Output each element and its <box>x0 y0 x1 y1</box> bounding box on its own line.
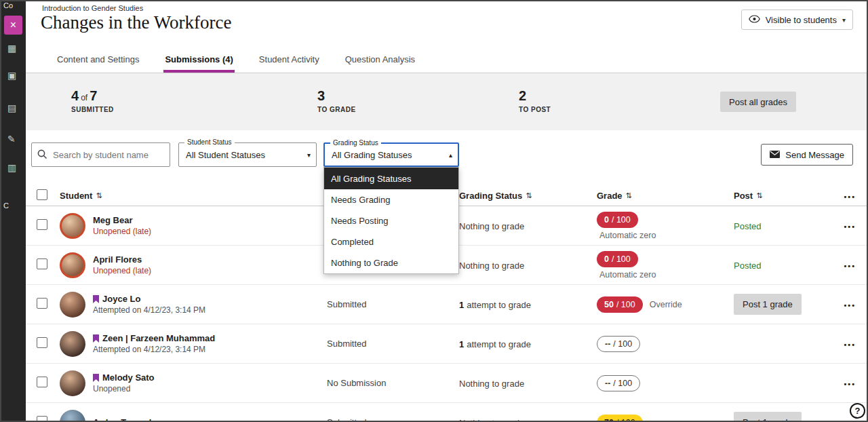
row-overflow-menu[interactable]: ••• <box>844 341 856 349</box>
grade-pill[interactable]: 70/ 100 <box>597 415 643 422</box>
sort-icon: ⇅ <box>626 191 632 200</box>
grading-status-text: Nothing to grade <box>459 221 524 231</box>
student-name[interactable]: Zeen | Farzeen Muhammad <box>102 333 215 343</box>
pen-icon[interactable]: ✎ <box>7 134 16 144</box>
tab-content-and-settings[interactable]: Content and Settings <box>56 49 140 73</box>
row-checkbox[interactable] <box>37 298 47 309</box>
dropdown-option-nothing-to-grade[interactable]: Nothing to Grade <box>324 252 458 273</box>
visibility-dropdown[interactable]: Visible to students ▾ <box>741 9 853 30</box>
grade-score: -- <box>605 339 610 349</box>
chevron-down-icon: ▾ <box>307 151 311 159</box>
dropdown-option-all-grading-statuses[interactable]: All Grading Statuses <box>324 168 458 189</box>
table-row: Zeen | Farzeen Muhammad Attempted on 4/1… <box>26 324 867 364</box>
header-grading-status[interactable]: Grading Status⇅ <box>459 191 591 201</box>
grading-status-cell: Nothing to grade <box>459 259 591 271</box>
flag-icon <box>93 374 99 382</box>
help-button[interactable]: ? <box>850 403 865 419</box>
header-grade[interactable]: Grade⇅ <box>591 191 734 201</box>
grid-icon[interactable]: ▦ <box>7 43 16 53</box>
student-name[interactable]: Meg Bear <box>93 215 133 225</box>
tab-student-activity[interactable]: Student Activity <box>258 49 321 73</box>
student-name[interactable]: Arden Tuomala <box>93 417 157 422</box>
row-overflow-menu[interactable]: ••• <box>844 419 856 422</box>
post-cell: Post 1 grade <box>734 294 829 315</box>
submitted-count: 4 <box>71 88 79 103</box>
tab-submissions[interactable]: Submissions (4) <box>163 49 234 73</box>
submission-status: Submitted <box>327 299 459 309</box>
dropdown-option-needs-posting[interactable]: Needs Posting <box>324 210 458 231</box>
checkbox-icon[interactable]: ▣ <box>7 71 16 80</box>
send-message-label: Send Message <box>785 150 844 160</box>
grade-pill[interactable]: 0/ 100 <box>597 251 638 267</box>
grade-max: / 100 <box>613 339 632 349</box>
post-cell: Posted <box>734 220 829 232</box>
grade-note: Automatic zero <box>597 231 656 240</box>
submitted-total: 7 <box>90 88 97 103</box>
grade-pill[interactable]: --/ 100 <box>597 375 640 391</box>
grading-status-text: attempt to grade <box>467 339 531 349</box>
row-overflow-menu[interactable]: ••• <box>844 301 856 309</box>
dropdown-option-needs-grading[interactable]: Needs Grading <box>324 189 458 210</box>
table-overflow-menu[interactable]: ••• <box>844 193 856 201</box>
post-grade-button[interactable]: Post 1 grade <box>734 412 802 422</box>
grade-pill[interactable]: 0/ 100 <box>597 212 638 228</box>
avatar <box>60 292 85 318</box>
flag-icon <box>93 334 99 343</box>
student-name[interactable]: Joyce Lo <box>102 294 140 304</box>
main-content: Introduction to Gender Studies Changes i… <box>26 1 867 421</box>
row-overflow-menu[interactable]: ••• <box>844 380 856 388</box>
grading-status-cell: 1attempt to grade <box>459 338 591 350</box>
avatar <box>60 252 85 278</box>
grade-pill[interactable]: --/ 100 <box>597 336 640 352</box>
grade-cell: --/ 100 <box>591 375 734 391</box>
avatar <box>60 410 85 422</box>
grading-status-text: attempt to grade <box>467 300 531 310</box>
student-name[interactable]: April Flores <box>93 254 142 265</box>
dropdown-option-completed[interactable]: Completed <box>324 231 458 252</box>
grade-cell: 70/ 100 <box>591 415 734 422</box>
document-icon[interactable]: ▤ <box>7 103 16 113</box>
to-post-label: TO POST <box>519 106 551 113</box>
select-all-checkbox[interactable] <box>37 189 47 200</box>
submission-status: Submitted <box>327 417 459 422</box>
row-checkbox[interactable] <box>37 337 47 348</box>
student-status-select[interactable]: Student Status All Student Statuses ▾ <box>178 142 317 167</box>
tab-question-analysis[interactable]: Question Analysis <box>344 49 416 73</box>
row-overflow-menu[interactable]: ••• <box>844 223 856 231</box>
row-checkbox[interactable] <box>37 377 47 387</box>
search-input[interactable] <box>31 142 170 167</box>
grade-score: 70 <box>604 418 614 422</box>
grade-max: / 100 <box>616 418 635 422</box>
submission-status: No Submission <box>327 378 459 388</box>
grading-status-text: Nothing to grade <box>459 261 524 271</box>
grading-status-cell: Nothing to grade <box>459 220 591 232</box>
close-panel-button[interactable]: × <box>4 16 22 35</box>
row-overflow-menu[interactable]: ••• <box>844 262 856 270</box>
send-message-button[interactable]: Send Message <box>761 144 853 166</box>
grading-status-select[interactable]: Grading Status All Grading Statuses ▴ Al… <box>323 142 459 167</box>
tab-bar: Content and Settings Submissions (4) Stu… <box>26 49 867 73</box>
row-checkbox[interactable] <box>37 219 47 230</box>
submitted-label: SUBMITTED <box>71 106 114 113</box>
search-icon <box>37 149 47 162</box>
to-grade-label: TO GRADE <box>317 106 356 113</box>
post-grade-button[interactable]: Post 1 grade <box>734 294 802 315</box>
student-attempt-status: Unopened (late) <box>93 227 151 236</box>
to-grade-count: 3 <box>317 88 356 104</box>
header-post[interactable]: Post⇅ <box>734 191 829 201</box>
breadcrumb[interactable]: Introduction to Gender Studies <box>42 4 143 12</box>
sort-icon: ⇅ <box>756 191 762 200</box>
submitted-of: of <box>81 93 87 102</box>
grading-status-dropdown: All Grading Statuses Needs Grading Needs… <box>323 167 459 274</box>
row-checkbox[interactable] <box>37 416 47 422</box>
grading-status-text: Nothing to grade <box>459 379 524 389</box>
list-icon[interactable]: ▥ <box>7 163 16 172</box>
row-checkbox[interactable] <box>37 258 47 269</box>
student-name[interactable]: Melody Sato <box>102 372 155 383</box>
post-all-grades-button[interactable]: Post all grades <box>720 92 796 112</box>
stats-bar: 4of7 SUBMITTED 3 TO GRADE 2 TO POST Post… <box>26 73 867 130</box>
grade-pill[interactable]: 50/ 100 <box>597 296 643 313</box>
grade-note: Automatic zero <box>597 270 656 280</box>
student-status-value: All Student Statuses <box>186 150 265 160</box>
header-student[interactable]: Student⇅ <box>60 191 327 201</box>
